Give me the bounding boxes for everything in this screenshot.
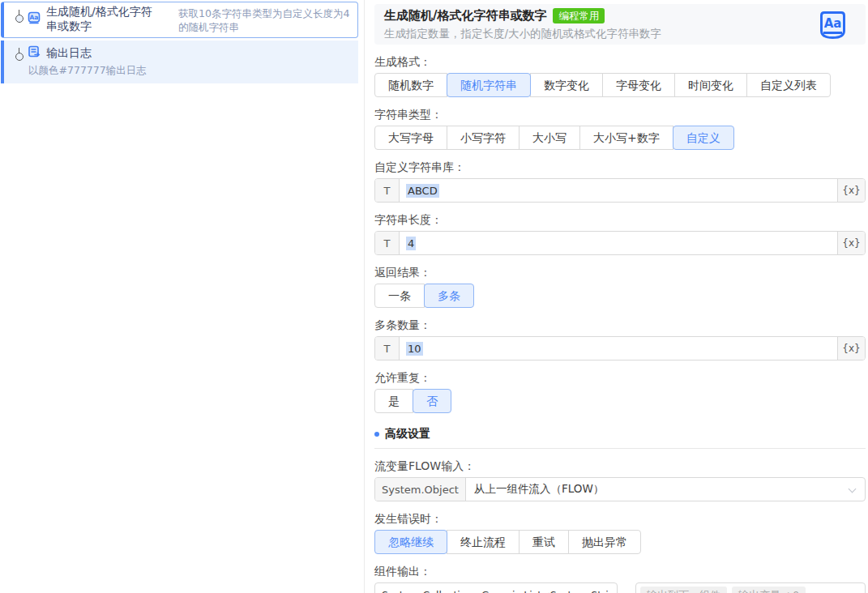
- string-type-segmented-control: 大写字母 小写字符 大小写 大小写+数字 自定义: [374, 126, 734, 150]
- flow-node-output-log[interactable]: 输出日志 以颜色#777777输出日志: [1, 41, 358, 83]
- flow-node-generate-random[interactable]: Aa 生成随机/格式化字符串或数字 获取10条字符串类型为自定义长度为4的随机字…: [1, 2, 358, 38]
- format-option[interactable]: 时间变化: [674, 73, 747, 97]
- log-output-icon: [28, 45, 41, 62]
- on-error-option-selected[interactable]: 忽略继续: [374, 530, 447, 554]
- format-option[interactable]: 数字变化: [530, 73, 603, 97]
- on-error-option[interactable]: 重试: [519, 530, 569, 554]
- result-mode-option[interactable]: 一条: [374, 284, 425, 308]
- string-type-option[interactable]: 大写字母: [374, 126, 447, 150]
- string-type-option[interactable]: 大小写: [519, 126, 580, 150]
- properties-panel: 生成随机/格式化字符串或数字 编程常用 生成指定数量，指定长度/大小的随机或格式…: [366, 0, 868, 593]
- format-option[interactable]: 自定义列表: [746, 73, 831, 97]
- flow-input-select[interactable]: System.Object 从上一组件流入（FLOW）: [374, 477, 866, 501]
- allow-repeat-option[interactable]: 是: [374, 389, 413, 413]
- field-label-string-type: 字符串类型：: [374, 108, 866, 121]
- on-error-option[interactable]: 抛出异常: [568, 530, 641, 554]
- section-divider: [374, 448, 866, 449]
- flow-input-type: System.Object: [375, 478, 466, 501]
- char-library-input[interactable]: T ABCD {x}: [374, 178, 866, 203]
- output-variable-tag[interactable]: 输出变量 +0: [732, 587, 806, 593]
- field-label-flow-input: 流变量FLOW输入：: [374, 459, 866, 472]
- node-subtitle: 获取10条字符串类型为自定义长度为4的随机字符串: [178, 7, 351, 35]
- breakpoint-handle[interactable]: [15, 10, 23, 23]
- svg-text:Aa: Aa: [824, 16, 842, 31]
- text-mode-toggle[interactable]: T: [375, 232, 400, 254]
- output-destination-tag[interactable]: 输出到下一组件: [640, 587, 727, 593]
- breakpoint-handle[interactable]: [15, 48, 23, 61]
- allow-repeat-option-selected[interactable]: 否: [413, 389, 451, 413]
- variable-picker-button[interactable]: {x}: [837, 179, 865, 202]
- aa-component-icon: Aa: [818, 10, 848, 41]
- on-error-segmented-control: 忽略继续 终止流程 重试 抛出异常: [374, 530, 641, 554]
- field-label-result-mode: 返回结果：: [374, 266, 866, 279]
- format-option[interactable]: 随机数字: [374, 73, 447, 97]
- count-value[interactable]: 10: [406, 342, 423, 356]
- field-label-on-error: 发生错误时：: [374, 512, 866, 525]
- text-mode-toggle[interactable]: T: [375, 179, 400, 202]
- format-segmented-control: 随机数字 随机字符串 数字变化 字母变化 时间变化 自定义列表: [374, 73, 831, 97]
- result-mode-segmented-control: 一条 多条: [374, 284, 474, 308]
- node-subtitle: 以颜色#777777输出日志: [28, 64, 352, 78]
- node-title: 输出日志: [46, 46, 92, 61]
- variable-picker-button[interactable]: {x}: [837, 337, 865, 360]
- chevron-down-icon: [849, 591, 857, 593]
- variable-picker-button[interactable]: {x}: [837, 232, 865, 254]
- field-label-string-length: 字符串长度：: [374, 213, 866, 226]
- count-input[interactable]: T 10 {x}: [374, 336, 866, 360]
- component-title: 生成随机/格式化字符串或数字: [384, 8, 546, 23]
- output-type-select[interactable]: System.Collections.Generic.List<System.S…: [374, 582, 618, 593]
- field-label-output: 组件输出：: [374, 565, 866, 578]
- field-label-char-library: 自定义字符串库：: [374, 160, 866, 173]
- text-mode-toggle[interactable]: T: [375, 337, 400, 360]
- text-generator-icon: Aa: [28, 11, 41, 28]
- string-type-option-selected[interactable]: 自定义: [673, 126, 734, 150]
- format-option[interactable]: 字母变化: [602, 73, 675, 97]
- flow-input-value: 从上一组件流入（FLOW）: [466, 482, 604, 497]
- format-option-selected[interactable]: 随机字符串: [447, 73, 531, 97]
- string-type-option[interactable]: 小写字符: [447, 126, 520, 150]
- output-destination-select[interactable]: 输出到下一组件 输出变量 +0: [635, 582, 866, 593]
- advanced-settings-section: 高级设置: [374, 427, 866, 449]
- component-header: 生成随机/格式化字符串或数字 编程常用 生成指定数量，指定长度/大小的随机或格式…: [374, 4, 866, 45]
- field-label-allow-repeat: 允许重复：: [374, 371, 866, 384]
- result-mode-option-selected[interactable]: 多条: [424, 284, 474, 308]
- category-badge: 编程常用: [553, 8, 605, 23]
- field-label-count: 多条数量：: [374, 318, 866, 331]
- svg-text:Aa: Aa: [30, 14, 39, 21]
- advanced-settings-title: 高级设置: [385, 427, 430, 442]
- field-label-format: 生成格式：: [374, 55, 866, 68]
- allow-repeat-segmented-control: 是 否: [374, 389, 451, 413]
- chevron-down-icon: [849, 485, 857, 493]
- output-type-value: System.Collections.Generic.List<System.S…: [375, 589, 617, 593]
- on-error-option[interactable]: 终止流程: [447, 530, 520, 554]
- component-description: 生成指定数量，指定长度/大小的随机或格式化字符串数字: [384, 27, 661, 41]
- string-length-input[interactable]: T 4 {x}: [374, 231, 866, 255]
- string-length-value[interactable]: 4: [406, 237, 416, 250]
- string-type-option[interactable]: 大小写+数字: [579, 126, 673, 150]
- bullet-dot-icon: [374, 432, 379, 437]
- char-library-value[interactable]: ABCD: [406, 184, 439, 198]
- node-title: 生成随机/格式化字符串或数字: [46, 5, 154, 34]
- flow-node-list: Aa 生成随机/格式化字符串或数字 获取10条字符串类型为自定义长度为4的随机字…: [0, 0, 365, 593]
